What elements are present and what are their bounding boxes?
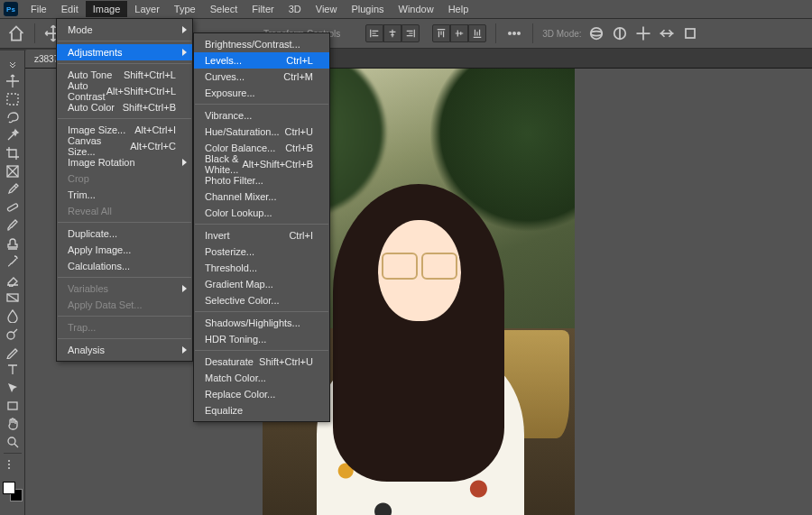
adjustments-gradient-map[interactable]: Gradient Map...	[194, 276, 329, 292]
adjustments-levels[interactable]: Levels...Ctrl+L	[194, 52, 329, 69]
image-menu-trap: Trap...	[57, 319, 192, 336]
adjustments-channel-mixer[interactable]: Channel Mixer...	[194, 189, 329, 205]
path-select-tool[interactable]	[2, 379, 23, 397]
adjustments-shadows-highlights[interactable]: Shadows/Highlights...	[194, 315, 329, 331]
svg-point-4	[590, 28, 602, 40]
menu-edit[interactable]: Edit	[54, 1, 86, 17]
image-menu-variables: Variables	[57, 280, 192, 297]
hand-tool[interactable]	[2, 415, 23, 433]
svg-point-3	[518, 32, 521, 35]
menu-view[interactable]: View	[309, 1, 345, 17]
type-tool[interactable]	[2, 361, 23, 379]
magic-wand-tool[interactable]	[2, 126, 23, 144]
tools-panel	[0, 51, 25, 515]
align-right-icon[interactable]	[401, 24, 420, 42]
foreground-color[interactable]	[3, 482, 15, 494]
image-menu-apply-data-set: Apply Data Set...	[57, 297, 192, 313]
adjustments-photo-filter[interactable]: Photo Filter...	[194, 172, 329, 189]
3d-roll-icon[interactable]	[611, 24, 629, 42]
align-vcenter-icon[interactable]	[450, 24, 468, 42]
adjustments-desaturate[interactable]: DesaturateShift+Ctrl+U	[194, 354, 329, 370]
adjustments-exposure[interactable]: Exposure...	[194, 85, 329, 101]
marquee-tool[interactable]	[2, 90, 23, 108]
menu-filter[interactable]: Filter	[245, 1, 281, 17]
svg-point-17	[8, 467, 10, 469]
menu-file[interactable]: File	[23, 1, 54, 17]
adjustments-color-lookup[interactable]: Color Lookup...	[194, 205, 329, 221]
3d-scale-icon[interactable]	[681, 24, 699, 42]
menu-layer[interactable]: Layer	[127, 1, 167, 17]
gradient-tool[interactable]	[2, 289, 23, 307]
brush-tool[interactable]	[2, 216, 23, 235]
toolbar-expand-icon[interactable]	[8, 60, 17, 69]
menu-3d[interactable]: 3D	[281, 1, 309, 17]
image-menu-apply-image[interactable]: Apply Image...	[57, 242, 192, 258]
image-menu-duplicate[interactable]: Duplicate...	[57, 225, 192, 242]
svg-point-2	[513, 32, 516, 35]
align-horizontal-group[interactable]	[365, 24, 420, 42]
align-left-icon[interactable]	[365, 24, 383, 42]
image-menu-mode[interactable]: Mode	[57, 22, 192, 38]
menu-help[interactable]: Help	[441, 1, 476, 17]
adjustments-vibrance[interactable]: Vibrance...	[194, 107, 329, 124]
menu-select[interactable]: Select	[203, 1, 245, 17]
image-menu[interactable]: ModeAdjustmentsAuto ToneShift+Ctrl+LAuto…	[56, 18, 193, 362]
adjustments-curves[interactable]: Curves...Ctrl+M	[194, 69, 329, 85]
adjustments-brightness-contrast[interactable]: Brightness/Contrast...	[194, 36, 329, 52]
image-menu-calculations[interactable]: Calculations...	[57, 258, 192, 274]
adjustments-black-white[interactable]: Black & White...Alt+Shift+Ctrl+B	[194, 156, 329, 172]
history-brush-tool[interactable]	[2, 253, 23, 271]
svg-rect-13	[8, 402, 17, 409]
3d-pan-icon[interactable]	[634, 24, 652, 42]
rectangle-tool[interactable]	[2, 397, 23, 415]
image-menu-auto-contrast[interactable]: Auto ContrastAlt+Shift+Ctrl+L	[57, 83, 192, 99]
3d-slide-icon[interactable]	[658, 24, 676, 42]
adjustments-hue-saturation[interactable]: Hue/Saturation...Ctrl+U	[194, 124, 329, 140]
adjustments-posterize[interactable]: Posterize...	[194, 244, 329, 260]
3d-mode-label: 3D Mode:	[542, 29, 581, 39]
menu-image[interactable]: Image	[86, 1, 128, 17]
align-hcenter-icon[interactable]	[383, 24, 401, 42]
image-menu-auto-color[interactable]: Auto ColorShift+Ctrl+B	[57, 99, 192, 115]
align-vertical-group[interactable]	[432, 24, 486, 42]
eraser-tool[interactable]	[2, 271, 23, 289]
adjustments-replace-color[interactable]: Replace Color...	[194, 386, 329, 402]
clone-stamp-tool[interactable]	[2, 235, 23, 253]
adjustments-selective-color[interactable]: Selective Color...	[194, 292, 329, 308]
color-swatches[interactable]	[2, 481, 23, 502]
3d-orbit-icon[interactable]	[587, 24, 605, 42]
menu-plugins[interactable]: Plugins	[344, 1, 391, 17]
image-menu-image-rotation[interactable]: Image Rotation	[57, 154, 192, 170]
adjustments-equalize[interactable]: Equalize	[194, 402, 329, 418]
edit-toolbar-icon[interactable]	[2, 455, 23, 474]
menu-bar: Ps FileEditImageLayerTypeSelectFilter3DV…	[0, 0, 812, 18]
align-bottom-icon[interactable]	[468, 24, 486, 42]
adjustments-invert[interactable]: InvertCtrl+I	[194, 227, 329, 244]
image-menu-trim[interactable]: Trim...	[57, 187, 192, 203]
move-tool[interactable]	[2, 72, 23, 90]
image-menu-reveal-all: Reveal All	[57, 203, 192, 219]
svg-rect-10	[6, 203, 17, 211]
dodge-tool[interactable]	[2, 325, 23, 343]
image-menu-canvas-size[interactable]: Canvas Size...Alt+Ctrl+C	[57, 138, 192, 154]
app-logo: Ps	[4, 2, 18, 16]
adjustments-hdr-toning[interactable]: HDR Toning...	[194, 331, 329, 347]
lasso-tool[interactable]	[2, 108, 23, 126]
menu-window[interactable]: Window	[392, 1, 441, 17]
adjustments-match-color[interactable]: Match Color...	[194, 370, 329, 386]
home-icon[interactable]	[7, 24, 25, 42]
blur-tool[interactable]	[2, 307, 23, 325]
healing-brush-tool[interactable]	[2, 198, 23, 216]
crop-tool[interactable]	[2, 144, 23, 162]
align-top-icon[interactable]	[432, 24, 450, 42]
zoom-tool[interactable]	[2, 433, 23, 451]
image-menu-analysis[interactable]: Analysis	[57, 342, 192, 358]
menu-type[interactable]: Type	[167, 1, 203, 17]
frame-tool[interactable]	[2, 162, 23, 180]
eyedropper-tool[interactable]	[2, 180, 23, 198]
more-options-icon[interactable]	[505, 24, 523, 42]
image-menu-adjustments[interactable]: Adjustments	[57, 44, 192, 60]
pen-tool[interactable]	[2, 343, 23, 361]
adjustments-threshold[interactable]: Threshold...	[194, 260, 329, 276]
adjustments-submenu[interactable]: Brightness/Contrast...Levels...Ctrl+LCur…	[193, 32, 330, 422]
